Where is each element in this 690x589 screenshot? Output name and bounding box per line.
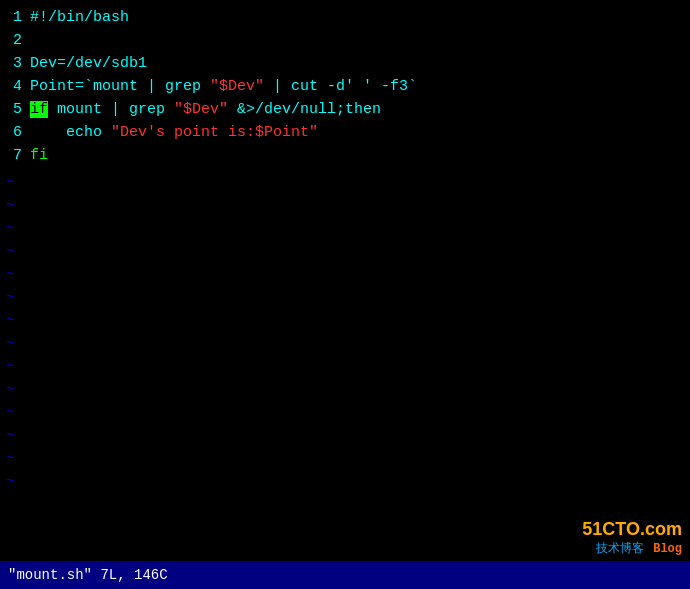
code-line-6: 6 echo "Dev's point is:$Point" — [0, 121, 690, 144]
tilde-lines: ~ ~ ~ ~ ~ ~ ~ ~ ~ ~ ~ ~ ~ ~ — [0, 169, 690, 495]
line-4-content: Point=`mount | grep "$Dev" | cut -d' ' -… — [30, 75, 417, 98]
watermark-site: 51CTO.com — [582, 519, 682, 540]
tilde-10: ~ — [0, 378, 690, 401]
line-6-content: echo "Dev's point is:$Point" — [30, 121, 318, 144]
tilde-5: ~ — [0, 263, 690, 286]
code-area: 1 #!/bin/bash 2 3 Dev=/dev/sdb1 4 Point=… — [0, 4, 690, 169]
tilde-3: ~ — [0, 217, 690, 240]
tilde-1: ~ — [0, 171, 690, 194]
tilde-11: ~ — [0, 401, 690, 424]
line-number-6: 6 — [0, 121, 30, 144]
tilde-6: ~ — [0, 286, 690, 309]
tilde-13: ~ — [0, 447, 690, 470]
code-line-7: 7 fi — [0, 144, 690, 167]
line-number-4: 4 — [0, 75, 30, 98]
tilde-4: ~ — [0, 240, 690, 263]
line-number-1: 1 — [0, 6, 30, 29]
code-line-5: 5 if mount | grep "$Dev" &>/dev/null;the… — [0, 98, 690, 121]
code-line-4: 4 Point=`mount | grep "$Dev" | cut -d' '… — [0, 75, 690, 98]
tilde-9: ~ — [0, 355, 690, 378]
watermark-tech: 技术博客 — [596, 541, 644, 555]
watermark-blog: Blog — [653, 542, 682, 556]
line-1-content: #!/bin/bash — [30, 6, 129, 29]
line-5-content: if mount | grep "$Dev" &>/dev/null;then — [30, 98, 381, 121]
line-number-2: 2 — [0, 29, 30, 52]
status-bar: "mount.sh" 7L, 146C — [0, 561, 690, 589]
code-line-2: 2 — [0, 29, 690, 52]
tilde-8: ~ — [0, 332, 690, 355]
editor-container: 1 #!/bin/bash 2 3 Dev=/dev/sdb1 4 Point=… — [0, 0, 690, 589]
tilde-12: ~ — [0, 424, 690, 447]
status-text: "mount.sh" 7L, 146C — [8, 567, 168, 583]
tilde-14: ~ — [0, 470, 690, 493]
code-line-3: 3 Dev=/dev/sdb1 — [0, 52, 690, 75]
line-number-5: 5 — [0, 98, 30, 121]
tilde-2: ~ — [0, 194, 690, 217]
line-7-content: fi — [30, 144, 48, 167]
watermark-subtitle: 技术博客 Blog — [582, 540, 682, 557]
watermark: 51CTO.com 技术博客 Blog — [582, 519, 682, 557]
line-number-3: 3 — [0, 52, 30, 75]
line-number-7: 7 — [0, 144, 30, 167]
line-3-content: Dev=/dev/sdb1 — [30, 52, 147, 75]
code-line-1: 1 #!/bin/bash — [0, 6, 690, 29]
tilde-7: ~ — [0, 309, 690, 332]
